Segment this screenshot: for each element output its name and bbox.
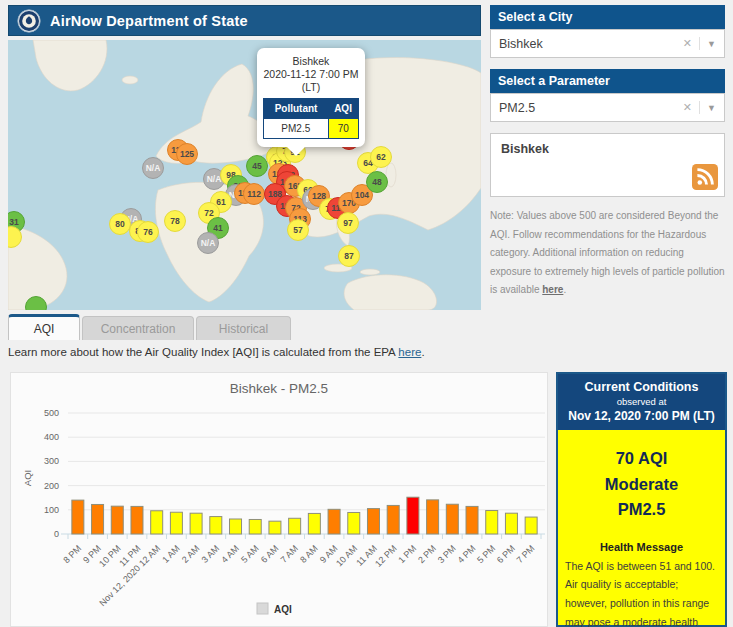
chart-x-tick-label: 2 PM [416,543,438,565]
conditions-observed-at: observed at [562,396,721,407]
chart-bar[interactable] [190,513,202,534]
chart-bar[interactable] [427,500,439,534]
chevron-down-icon[interactable]: ▼ [700,103,716,113]
chart-bar[interactable] [308,513,320,534]
popup-datetime: 2020-11-12 7:00 PM [263,68,359,81]
aqi-marker[interactable]: N/A [142,157,164,179]
popup-city: Bishkek [263,55,359,68]
chart-bar[interactable] [269,521,281,534]
popup-pollutant-value: PM2.5 [264,119,329,139]
chart-bar[interactable] [328,509,340,534]
health-message-title: Health Message [558,541,725,553]
rss-feed-icon[interactable] [692,164,718,190]
chart-bar[interactable] [407,497,419,534]
aqi-marker[interactable]: 78 [164,210,186,232]
chart-bar[interactable] [230,519,242,534]
learn-more-line: Learn more about how the Air Quality Ind… [8,346,425,358]
aqi-marker[interactable]: 87 [338,245,360,267]
chart-y-tick-label: 200 [44,481,59,491]
chart-bar[interactable] [131,506,143,534]
parameter-select-value: PM2.5 [499,101,676,115]
conditions-pollutant: PM2.5 [558,497,725,523]
note-text: Note: Values above 500 are considered Be… [490,210,725,295]
chart-bar[interactable] [486,511,498,534]
department-of-state-seal-icon [17,9,41,33]
chart-bar[interactable] [367,509,379,534]
chart-x-tick-label: 3 AM [200,543,222,565]
chart-y-tick-label: 300 [44,456,59,466]
aqi-marker[interactable]: 48 [366,171,388,193]
map-popup: Bishkek 2020-11-12 7:00 PM (LT) Pollutan… [257,48,365,147]
chart-bar[interactable] [72,500,84,534]
chart-x-tick-label: 8 PM [61,543,83,565]
note-suffix: . [563,284,566,295]
popup-aqi-value: 70 [328,119,358,139]
chart-bar[interactable] [210,517,222,534]
chart-bar[interactable] [446,504,458,534]
conditions-aqi-value: 70 AQI [558,446,725,472]
select-parameter-header: Select a Parameter [490,69,725,93]
epa-here-link[interactable]: here [398,346,421,358]
chart-legend-label: AQI [274,604,292,615]
chart-bar[interactable] [505,513,517,534]
learn-more-text: Learn more about how the Air Quality Ind… [8,346,398,358]
beyond-aqi-note: Note: Values above 500 are considered Be… [490,207,725,300]
city-select[interactable]: Bishkek ✕ ▼ [490,29,725,58]
current-conditions-header: Current Conditions observed at Nov 12, 2… [558,374,725,430]
aqi-marker[interactable]: 125 [176,143,198,165]
chevron-down-icon[interactable]: ▼ [700,39,716,49]
popup-timezone: (LT) [263,81,359,94]
sidebar: Select a City Bishkek ✕ ▼ Select a Param… [490,5,725,300]
feed-city-label: Bishkek [501,142,714,156]
aqi-marker[interactable]: 45 [246,155,268,177]
clear-parameter-icon[interactable]: ✕ [676,101,700,114]
chart-legend-swatch [257,603,268,614]
chart-x-tick-label: 8 AM [298,543,320,565]
aqi-bar-chart: Bishkek - PM2.5AQI01002003004005008 PM9 … [11,373,547,626]
chart-bar[interactable] [289,518,301,534]
clear-city-icon[interactable]: ✕ [676,37,700,50]
chart-bar[interactable] [151,511,163,534]
chart-x-tick-label: 1 AM [160,543,182,565]
chart-x-tick-label: 12 PM [373,543,398,568]
chart-bar[interactable] [525,517,537,534]
world-aqi-map[interactable]: 31112125N/AN/A9836N/A129112617278N/A8086… [8,40,481,310]
chart-bar[interactable] [387,505,399,534]
city-select-value: Bishkek [499,37,676,51]
aqi-marker[interactable]: 57 [287,219,309,241]
chart-x-tick-label: 4 PM [456,543,478,565]
chart-bar[interactable] [348,512,360,534]
aqi-marker[interactable]: 112 [243,183,265,205]
parameter-select[interactable]: PM2.5 ✕ ▼ [490,93,725,122]
tab-concentration[interactable]: Concentration [82,316,194,340]
aqi-marker[interactable]: 62 [370,146,392,168]
chart-bar[interactable] [170,512,182,534]
tab-aqi[interactable]: AQI [8,314,80,340]
tab-historical[interactable]: Historical [196,316,291,340]
aqi-marker[interactable]: 80 [109,213,131,235]
chart-x-tick-label: 6 AM [259,543,281,565]
conditions-summary: 70 AQI Moderate PM2.5 [558,430,725,523]
chart-bar[interactable] [111,506,123,534]
chart-x-tick-label: 2 AM [180,543,202,565]
note-here-link[interactable]: here [542,284,563,295]
aqi-marker[interactable]: N/A [197,232,219,254]
aqi-chart-panel: Bishkek - PM2.5AQI01002003004005008 PM9 … [10,372,548,627]
aqi-marker[interactable]: 97 [337,212,359,234]
aqi-marker[interactable]: 76 [137,221,159,243]
chart-x-tick-label: 10 AM [334,543,359,568]
chart-x-tick-label: 3 PM [436,543,458,565]
page-title: AirNow Department of State [50,13,248,29]
feed-box: Bishkek [490,133,725,197]
current-conditions-panel: Current Conditions observed at Nov 12, 2… [556,372,727,627]
chart-title: Bishkek - PM2.5 [230,381,328,396]
chart-y-tick-label: 500 [44,408,59,418]
chart-bar[interactable] [92,504,104,534]
chart-bar[interactable] [249,519,261,534]
chart-x-tick-label: 5 PM [475,543,497,565]
map-land-shapes [8,40,481,310]
chart-bar[interactable] [466,506,478,534]
conditions-datetime: Nov 12, 2020 7:00 PM (LT) [562,409,721,423]
health-message-body: The AQI is between 51 and 100. Air quali… [558,553,725,627]
chart-y-tick-label: 100 [44,505,59,515]
